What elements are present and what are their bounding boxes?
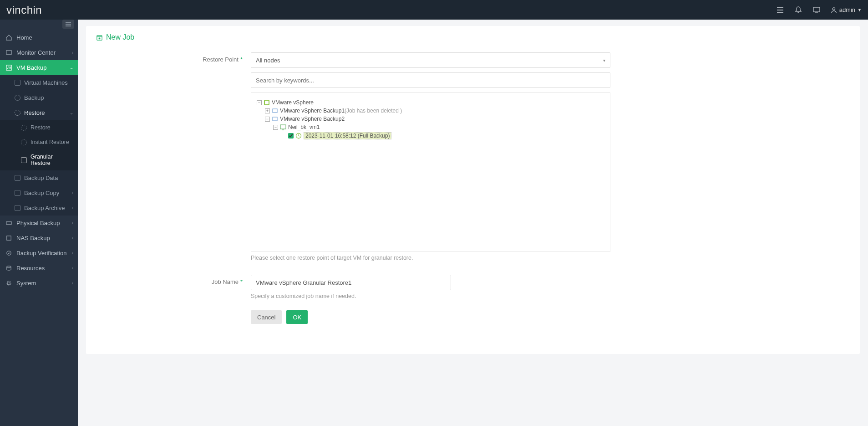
chevron-left-icon: ‹ bbox=[72, 266, 73, 271]
restore-icon bbox=[15, 110, 20, 116]
tree-label[interactable]: VMware vSphere bbox=[272, 99, 314, 106]
restore-point-help: Please select one restore point of targe… bbox=[251, 255, 610, 261]
svg-rect-9 bbox=[6, 51, 11, 54]
search-input[interactable] bbox=[251, 72, 610, 88]
chevron-down-icon: ⌄ bbox=[70, 110, 73, 115]
tree-label[interactable]: VMware vSphere Backup1(Job has been dele… bbox=[280, 108, 402, 114]
calendar-plus-icon bbox=[96, 34, 103, 41]
nav-label: Backup Verification bbox=[16, 250, 67, 257]
collapse-icon[interactable]: − bbox=[273, 125, 278, 130]
svg-rect-3 bbox=[813, 7, 820, 12]
tree-root: − VMware vSphere bbox=[257, 98, 604, 107]
sidebar-item-backup[interactable]: Backup bbox=[0, 90, 78, 105]
svg-point-14 bbox=[7, 251, 11, 255]
expand-icon[interactable]: + bbox=[265, 108, 270, 113]
tree-vm: − Neil_bk_vm1 bbox=[273, 123, 604, 131]
job-name-input[interactable] bbox=[251, 275, 451, 290]
tree-label[interactable]: Neil_bk_vm1 bbox=[288, 124, 320, 130]
list-icon[interactable] bbox=[776, 6, 784, 14]
sidebar-item-vm-backup[interactable]: VM VM Backup ⌄ bbox=[0, 60, 78, 75]
main-content: New Job Restore Point* All nodes ▾ − bbox=[78, 20, 868, 426]
svg-rect-13 bbox=[7, 236, 11, 240]
chevron-left-icon: ‹ bbox=[72, 221, 73, 226]
chevron-down-icon: ▼ bbox=[858, 8, 862, 12]
nav-label: Monitor Center bbox=[16, 49, 56, 56]
cancel-button[interactable]: Cancel bbox=[251, 310, 282, 324]
user-menu[interactable]: admin ▼ bbox=[831, 6, 862, 13]
job-name-label: Job Name* bbox=[96, 275, 251, 299]
sidebar-item-backup-copy[interactable]: Backup Copy ‹ bbox=[0, 185, 78, 200]
collapse-icon[interactable]: − bbox=[257, 100, 262, 105]
sidebar-item-home[interactable]: Home bbox=[0, 30, 78, 45]
svg-point-5 bbox=[832, 7, 835, 10]
chevron-left-icon: ‹ bbox=[72, 251, 73, 256]
sidebar-item-restore[interactable]: Restore ⌄ bbox=[0, 105, 78, 120]
topbar: vinchin admin ▼ bbox=[0, 0, 868, 20]
nav-label: Physical Backup bbox=[16, 220, 60, 226]
svg-rect-25 bbox=[280, 125, 286, 129]
sidebar-item-granular-restore[interactable]: Granular Restore bbox=[0, 149, 78, 170]
chevron-down-icon: ⌄ bbox=[70, 65, 73, 70]
backup-icon bbox=[15, 95, 20, 101]
vm-backup-submenu: Virtual Machines Backup Restore ⌄ Restor… bbox=[0, 75, 78, 216]
granular-restore-icon bbox=[21, 157, 27, 163]
job-name-row: Job Name* Specify a customized job name … bbox=[96, 275, 850, 299]
clock-icon bbox=[295, 133, 302, 139]
monitor-icon[interactable] bbox=[812, 6, 821, 14]
chevron-down-icon: ▾ bbox=[603, 58, 605, 63]
tree-label[interactable]: VMware vSphere Backup2 bbox=[280, 116, 345, 122]
nav-label: Restore bbox=[24, 109, 45, 116]
sidebar: Home Monitor Center ‹ VM VM Backup ⌄ Vir… bbox=[0, 20, 78, 426]
nav-label: Resources bbox=[16, 265, 45, 272]
svg-point-16 bbox=[8, 282, 10, 285]
nav-label: Backup Archive bbox=[24, 205, 65, 211]
chevron-left-icon: ‹ bbox=[72, 281, 73, 286]
restore-point-row: Restore Point* All nodes ▾ − bbox=[96, 52, 850, 261]
svg-rect-23 bbox=[273, 109, 277, 113]
page-title: New Job bbox=[96, 33, 850, 41]
ok-button[interactable]: OK bbox=[286, 310, 308, 324]
nav-label: Virtual Machines bbox=[24, 79, 68, 86]
topbar-actions: admin ▼ bbox=[776, 6, 862, 14]
vm-icon bbox=[15, 80, 20, 86]
nav-label: Granular Restore bbox=[30, 154, 73, 166]
chevron-left-icon: ‹ bbox=[72, 236, 73, 241]
sidebar-item-restore-sub[interactable]: Restore bbox=[0, 120, 78, 135]
svg-text:VM: VM bbox=[7, 66, 11, 69]
sidebar-item-virtual-machines[interactable]: Virtual Machines bbox=[0, 75, 78, 90]
sidebar-item-instant-restore[interactable]: Instant Restore bbox=[0, 135, 78, 149]
nav-label: Backup Data bbox=[24, 175, 58, 181]
sidebar-item-backup-archive[interactable]: Backup Archive ‹ bbox=[0, 200, 78, 216]
nav-label: Instant Restore bbox=[30, 139, 69, 145]
restore-point-checkbox[interactable] bbox=[288, 133, 294, 139]
sidebar-item-backup-data[interactable]: Backup Data bbox=[0, 170, 78, 185]
sidebar-item-backup-verification[interactable]: Backup Verification ‹ bbox=[0, 246, 78, 261]
svg-rect-12 bbox=[6, 222, 11, 225]
collapse-icon[interactable]: − bbox=[265, 117, 270, 122]
nav-label: Backup Copy bbox=[24, 190, 59, 196]
nodes-select[interactable]: All nodes ▾ bbox=[251, 52, 610, 68]
svg-point-15 bbox=[7, 266, 11, 268]
select-value: All nodes bbox=[256, 57, 280, 64]
restore-submenu: Restore Instant Restore Granular Restore bbox=[0, 120, 78, 170]
nav-label: Home bbox=[16, 34, 32, 41]
tree-restore-point: 2023-11-01 16:58:12 (Full Backup) bbox=[281, 131, 604, 140]
button-row: Cancel OK bbox=[251, 310, 850, 324]
sidebar-item-nas-backup[interactable]: NAS Backup ‹ bbox=[0, 231, 78, 246]
instant-restore-icon bbox=[21, 139, 27, 145]
sidebar-item-resources[interactable]: Resources ‹ bbox=[0, 261, 78, 276]
svg-rect-24 bbox=[273, 117, 277, 121]
backup-copy-icon bbox=[15, 190, 20, 196]
nav-label: System bbox=[16, 280, 36, 287]
vsphere-icon bbox=[264, 99, 270, 106]
bell-icon[interactable] bbox=[794, 6, 802, 14]
new-job-panel: New Job Restore Point* All nodes ▾ − bbox=[86, 26, 860, 354]
tree-label[interactable]: 2023-11-01 16:58:12 (Full Backup) bbox=[304, 132, 391, 139]
sidebar-toggle[interactable] bbox=[62, 20, 74, 29]
restore-sub-icon bbox=[21, 125, 27, 131]
nav-label: NAS Backup bbox=[16, 235, 50, 241]
sidebar-item-physical-backup[interactable]: Physical Backup ‹ bbox=[0, 216, 78, 231]
sidebar-item-system[interactable]: System ‹ bbox=[0, 276, 78, 291]
nav-label: Backup bbox=[24, 94, 44, 101]
sidebar-item-monitor-center[interactable]: Monitor Center ‹ bbox=[0, 45, 78, 60]
